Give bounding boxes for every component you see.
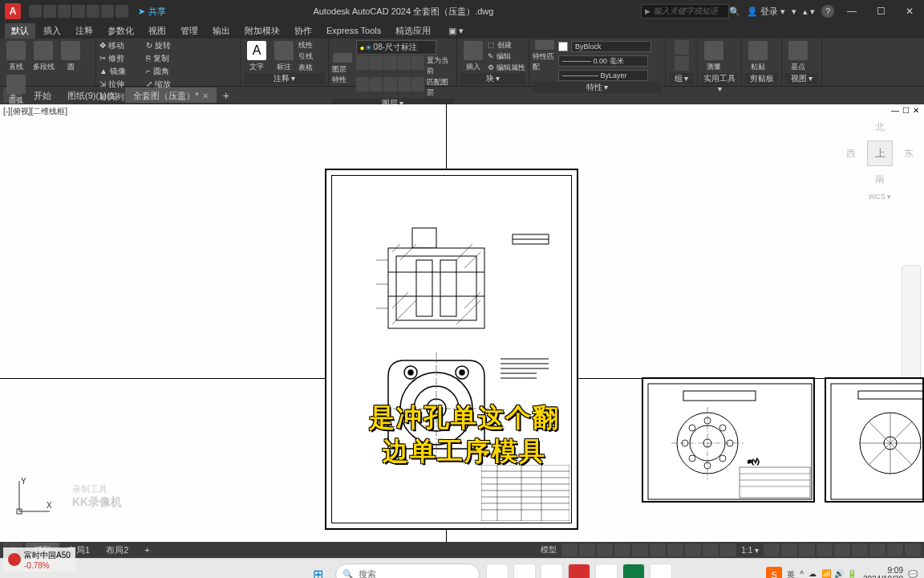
set-current-tool[interactable]: 置为当前	[427, 55, 453, 76]
layer-props-tool[interactable]: 图层特性	[332, 53, 353, 85]
status-annot-mon-icon[interactable]	[781, 543, 797, 556]
menu-manage[interactable]: 管理	[174, 23, 205, 39]
layer-btn-10[interactable]	[411, 77, 424, 92]
base-tool[interactable]: 基点	[785, 41, 811, 73]
clock[interactable]: 9:09 2024/10/30	[863, 566, 903, 579]
lineweight-dropdown[interactable]: ———— 0.00 毫米	[558, 55, 648, 67]
qat-saveas-icon[interactable]	[72, 5, 85, 18]
polyline-tool[interactable]: 多段线	[30, 40, 56, 72]
qat-save-icon[interactable]	[58, 5, 71, 18]
vp-max-icon[interactable]: ☐	[902, 106, 910, 115]
drawing-sheet-1[interactable]	[325, 169, 578, 530]
tb-app-icon[interactable]	[650, 564, 672, 579]
copy-tool[interactable]: ⎘ 复制	[146, 53, 191, 64]
group-panel-label[interactable]: 组 ▾	[669, 73, 694, 84]
status-lock-icon[interactable]	[834, 543, 850, 556]
leader-tool[interactable]: 引线	[298, 51, 313, 62]
menu-featured[interactable]: 精选应用	[389, 23, 437, 39]
paste-tool[interactable]: 粘贴	[745, 41, 771, 73]
block-create-tool[interactable]: ⬚ 创建	[488, 40, 525, 51]
array-tool[interactable]: ⊞ 阵列	[99, 92, 144, 103]
vp-close-icon[interactable]: ✕	[913, 106, 919, 115]
status-otrack-icon[interactable]	[650, 543, 666, 556]
stretch-tool[interactable]: ⇲ 拉伸	[99, 79, 144, 90]
rotate-tool[interactable]: ↻ 旋转	[146, 40, 191, 51]
layer-btn-1[interactable]	[356, 55, 369, 70]
drawing-sheet-2[interactable]: ⌀(√)	[642, 377, 815, 503]
view-panel-label[interactable]: 视图 ▾	[785, 73, 818, 84]
status-osnap-icon[interactable]	[632, 543, 648, 556]
menu-expand-icon[interactable]: ▣ ▾	[442, 24, 470, 38]
layer-btn-2[interactable]	[370, 55, 383, 70]
taskbar-search[interactable]: 🔍 搜索	[335, 564, 480, 579]
qat-open-icon[interactable]	[43, 5, 56, 18]
match-props-tool[interactable]: 特性匹配	[533, 40, 557, 72]
close-button[interactable]: ✕	[895, 0, 924, 22]
minimize-button[interactable]: —	[837, 0, 866, 22]
layer-btn-9[interactable]	[398, 77, 411, 92]
layer-btn-8[interactable]	[383, 77, 396, 92]
tb-autocad-icon[interactable]	[568, 564, 590, 579]
share-button[interactable]: ➤ 共享	[138, 6, 166, 18]
match-layer-tool[interactable]: 匹配图层	[427, 77, 453, 98]
move-tool[interactable]: ✥ 移动	[99, 40, 144, 51]
tb-excel-icon[interactable]	[622, 564, 645, 579]
app-icon[interactable]: A	[5, 3, 21, 19]
layer-btn-6[interactable]	[356, 77, 369, 92]
viewcube[interactable]: 北 西 上 东 南 WCS ▾	[852, 120, 908, 217]
status-grid-icon[interactable]	[561, 543, 578, 556]
apps-icon[interactable]: ▴ ▾	[803, 6, 815, 17]
tb-copilot-icon[interactable]	[486, 564, 509, 579]
search-icon[interactable]: 🔍	[729, 6, 740, 17]
menu-express[interactable]: Express Tools	[320, 24, 387, 37]
tb-explorer-icon[interactable]	[513, 564, 536, 579]
start-button[interactable]: ⊞	[305, 562, 330, 579]
qat-redo-icon[interactable]	[116, 5, 128, 18]
annot-panel-label[interactable]: 注释 ▾	[244, 73, 325, 84]
notifications-icon[interactable]: 💬	[908, 570, 918, 578]
group-icon-2[interactable]	[675, 56, 689, 71]
linear-tool[interactable]: 线性	[298, 40, 313, 51]
status-transparency-icon[interactable]	[685, 543, 701, 556]
status-model[interactable]: 模型	[537, 544, 560, 556]
block-edit-tool[interactable]: ✎ 编辑	[488, 51, 525, 62]
tab-layout2[interactable]: 布局2	[98, 543, 136, 557]
menu-output[interactable]: 输出	[206, 23, 237, 39]
insert-tool[interactable]: 插入	[460, 41, 486, 73]
new-layout-button[interactable]: +	[136, 543, 157, 557]
block-panel-label[interactable]: 块 ▾	[460, 73, 525, 84]
status-ortho-icon[interactable]	[597, 543, 613, 556]
status-quick-icon[interactable]	[817, 543, 833, 556]
arc-tool[interactable]: 圆弧	[3, 74, 29, 106]
viewport-label[interactable]: [-][俯视][二维线框]	[3, 106, 67, 117]
scale-tool[interactable]: ⤢ 缩放	[146, 79, 191, 90]
status-isolate-icon[interactable]	[852, 543, 868, 556]
vc-east[interactable]: 东	[904, 147, 914, 161]
vp-min-icon[interactable]: —	[891, 106, 899, 115]
status-cycling-icon[interactable]	[703, 543, 719, 556]
vc-south[interactable]: 南	[875, 173, 885, 186]
status-lineweight-icon[interactable]	[667, 543, 683, 556]
layer-btn-5[interactable]	[411, 55, 424, 70]
cart-icon[interactable]: ▾	[792, 6, 796, 17]
layer-dropdown[interactable]: ● ☀ 08-尺寸标注	[356, 40, 436, 55]
vc-top-face[interactable]: 上	[867, 140, 893, 166]
status-clean-icon[interactable]	[887, 543, 903, 556]
linetype-dropdown[interactable]: ————— ByLayer	[558, 70, 648, 81]
menu-collab[interactable]: 协作	[288, 23, 318, 39]
table-tool[interactable]: 表格	[298, 63, 313, 73]
menu-default[interactable]: 默认	[5, 23, 35, 39]
trim-tool[interactable]: ✂ 修剪	[99, 53, 144, 64]
status-polar-icon[interactable]	[614, 543, 630, 556]
line-tool[interactable]: 直线	[3, 40, 29, 72]
utils-panel-label[interactable]: 实用工具 ▾	[701, 73, 738, 84]
qat-new-icon[interactable]	[29, 5, 42, 18]
block-editattr-tool[interactable]: ⚙ 编辑属性	[488, 63, 525, 73]
mirror-tool[interactable]: ▲ 镜像	[99, 66, 144, 77]
status-snap-icon[interactable]	[579, 543, 595, 556]
props-panel-label[interactable]: 特性 ▾	[533, 82, 662, 93]
menu-insert[interactable]: 插入	[37, 23, 67, 39]
text-tool[interactable]: A文字	[244, 41, 270, 73]
qat-plot-icon[interactable]	[87, 5, 99, 18]
vc-west[interactable]: 西	[846, 147, 856, 161]
